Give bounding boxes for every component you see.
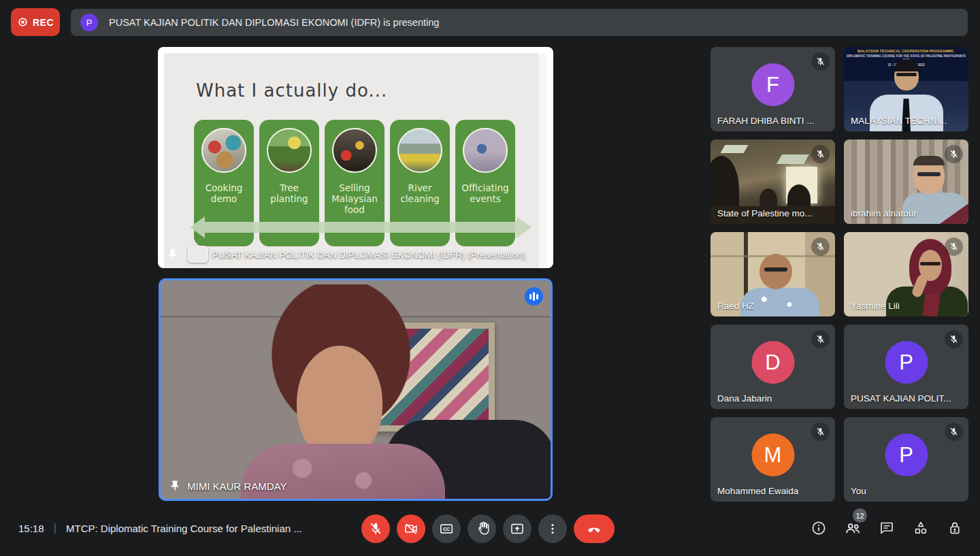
participant-count-badge: 12 <box>853 508 867 523</box>
participant-tile-you[interactable]: P You <box>844 417 968 502</box>
participant-tile-mohammed[interactable]: M Mohammed Ewaida <box>710 417 835 502</box>
participant-name: State of Palestine mo... <box>717 208 813 218</box>
camera-toggle-button[interactable] <box>397 514 425 543</box>
panel-buttons: 12 <box>810 519 964 537</box>
info-icon <box>811 520 827 536</box>
presenter-avatar-letter: P <box>86 18 93 28</box>
recording-badge: REC <box>11 8 60 36</box>
avatar: F <box>751 63 794 106</box>
meeting-details-button[interactable] <box>810 519 828 537</box>
avatar-letter: M <box>764 443 782 468</box>
audio-level-indicator <box>525 287 543 306</box>
activity-label: River cleaning <box>393 182 447 204</box>
present-screen-icon <box>510 521 525 536</box>
mic-muted-icon <box>945 330 963 348</box>
participant-name: Dana Jabarin <box>717 393 772 404</box>
mic-toggle-button[interactable] <box>361 514 390 543</box>
end-call-button[interactable] <box>574 514 615 543</box>
mic-muted-icon <box>811 52 830 71</box>
avatar: P <box>885 341 928 384</box>
avatar-letter: D <box>765 350 780 375</box>
present-screen-button[interactable] <box>503 514 532 543</box>
presenting-text: PUSAT KAJIAN POLITIK DAN DIPLOMASI EKONO… <box>109 17 439 28</box>
presenter-avatar: P <box>80 14 98 31</box>
mic-off-icon <box>368 521 383 536</box>
avatar-letter: P <box>899 350 913 375</box>
timeline-arrow <box>205 222 517 233</box>
avatar-letter: P <box>899 443 913 468</box>
activity-photo <box>397 128 442 173</box>
activities-button[interactable] <box>912 519 930 537</box>
pin-icon <box>166 248 179 261</box>
slide-title: What I actually do... <box>196 80 387 101</box>
participant-name: ibrahim alnatour <box>851 208 917 218</box>
presenting-banner: P PUSAT KAJIAN POLITIK DAN DIPLOMASI EKO… <box>71 9 968 36</box>
closed-captions-icon: CC <box>439 521 454 536</box>
meeting-info: 15:18 | MTCP: Diplomatic Training Course… <box>18 521 302 535</box>
meeting-title: MTCP: Diplomatic Training Course for Pal… <box>66 523 302 534</box>
participant-tile-dana[interactable]: D Dana Jabarin <box>710 325 835 409</box>
participant-tile-farah[interactable]: F FARAH DHIBA BINTI ... <box>710 47 835 131</box>
raise-hand-icon <box>474 521 489 536</box>
pin-icon <box>169 480 181 492</box>
avatar: M <box>751 434 794 476</box>
activity-label: Officiating events <box>458 182 512 204</box>
pinned-name: MIMI KAUR RAMDAY <box>187 480 287 492</box>
mic-muted-icon <box>811 145 830 163</box>
participant-name: You <box>851 486 866 496</box>
mic-muted-icon <box>811 423 830 441</box>
camera-off-icon <box>404 521 419 536</box>
activity-label: Cooking demo <box>197 182 251 204</box>
host-controls-button[interactable] <box>946 519 964 537</box>
activity-photo <box>463 128 508 173</box>
record-icon <box>17 16 29 28</box>
end-call-icon <box>586 521 602 537</box>
presentation-tile[interactable]: What I actually do... Cooking demo Tree … <box>158 47 553 268</box>
participant-tile-state-of-palestine[interactable]: State of Palestine mo... <box>710 140 835 224</box>
chat-button[interactable] <box>878 519 896 537</box>
more-options-icon <box>545 521 560 536</box>
activity-photo <box>267 128 312 173</box>
participant-tile-pusat-kajian[interactable]: P PUSAT KAJIAN POLIT... <box>844 325 968 409</box>
mic-muted-icon <box>811 238 830 256</box>
participant-name: Mohammed Ewaida <box>717 486 798 496</box>
presenting-screen-icon <box>188 246 208 263</box>
pinned-speaker-tile[interactable]: MIMI KAUR RAMDAY <box>159 278 553 501</box>
host-controls-lock-icon <box>947 520 963 536</box>
activities-icon <box>913 520 929 536</box>
slide: What I actually do... Cooking demo Tree … <box>164 53 539 268</box>
svg-text:CC: CC <box>443 527 450 532</box>
banner-line: MALAYSIAN TECHNICAL COOPERATION PROGRAMM… <box>845 49 967 54</box>
captions-button[interactable]: CC <box>432 514 461 543</box>
chat-icon <box>879 520 895 536</box>
avatar: P <box>885 434 928 476</box>
mic-muted-icon <box>811 330 830 348</box>
mic-muted-icon <box>945 238 963 256</box>
raise-hand-button[interactable] <box>468 514 496 543</box>
participant-tile-yasmine[interactable]: Yasmine Lili <box>844 232 968 316</box>
participant-name: PUSAT KAJIAN POLIT... <box>851 393 951 404</box>
participant-tile-ibrahim[interactable]: ibrahim alnatour <box>844 140 968 224</box>
pinned-name-label: MIMI KAUR RAMDAY <box>169 480 287 492</box>
rec-label: REC <box>33 17 54 28</box>
participant-tile-raed[interactable]: Raed HZ <box>710 232 835 316</box>
mic-muted-icon <box>945 145 963 163</box>
participant-tile-malaysian-techni[interactable]: MALAYSIAN TECHNICAL COOPERATION PROGRAMM… <box>844 47 968 131</box>
participant-name: Raed HZ <box>717 301 754 311</box>
slide-scrollbar[interactable] <box>539 53 547 268</box>
participant-name: FARAH DHIBA BINTI ... <box>717 116 815 126</box>
avatar: D <box>751 341 794 384</box>
presentation-caption: PUSAT KAJIAN POLITIK DAN DIPLOMASI EKONO… <box>158 245 553 264</box>
more-options-button[interactable] <box>538 514 567 543</box>
clock-time: 15:18 <box>18 523 44 534</box>
participant-name: Yasmine Lili <box>851 301 900 311</box>
avatar-letter: F <box>766 73 779 97</box>
participants-button[interactable]: 12 <box>844 519 862 537</box>
divider: | <box>54 521 56 535</box>
activity-label: Selling Malaysian food <box>327 182 382 216</box>
mic-muted-icon <box>945 423 963 441</box>
participant-name: MALAYSIAN TECHNI... <box>851 116 947 126</box>
video-feed <box>161 280 551 499</box>
presentation-caption-text: PUSAT KAJIAN POLITIK DAN DIPLOMASI EKONO… <box>212 250 549 260</box>
call-controls: CC <box>361 514 615 543</box>
